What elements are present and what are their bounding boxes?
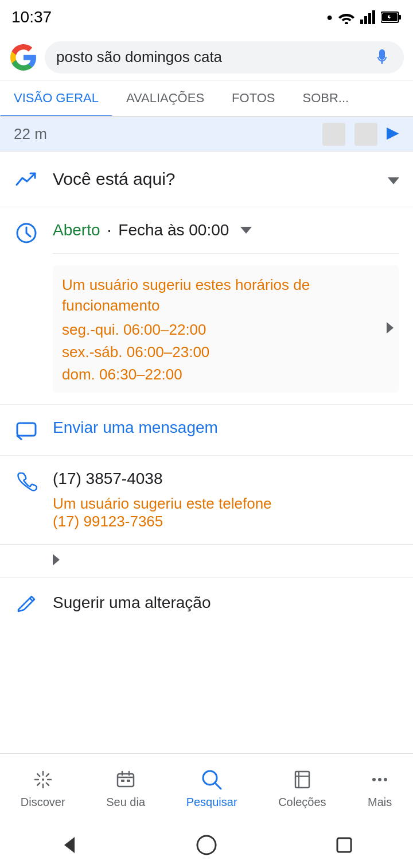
- seu-dia-icon: [113, 767, 138, 792]
- svg-rect-20: [118, 774, 134, 786]
- svg-rect-28: [295, 772, 309, 788]
- phone-suggestion-title: Um usuário sugeriu este telefone: [53, 495, 399, 513]
- mic-icon[interactable]: [372, 47, 392, 68]
- svg-rect-8: [17, 423, 36, 436]
- hours-separator: ·: [107, 221, 112, 239]
- hours-closes-text: Fecha às 00:00: [118, 221, 229, 239]
- pencil-icon: [15, 592, 37, 614]
- svg-line-27: [215, 783, 221, 789]
- phone-number: (17) 3857-4038: [53, 470, 399, 488]
- svg-point-11: [42, 778, 44, 781]
- message-label: Enviar uma mensagem: [53, 418, 218, 436]
- status-time: 10:37: [11, 8, 52, 26]
- status-bar: 10:37 ●: [0, 0, 413, 34]
- bottom-nav: Discover Seu dia Pesquisar: [0, 753, 413, 822]
- svg-line-19: [37, 783, 40, 785]
- mais-label: Mais: [368, 796, 392, 809]
- pesquisar-icon: [199, 767, 224, 792]
- content-area: Você está aqui? Aberto · Fecha às 00:00 …: [0, 152, 413, 751]
- hours-suggestion-chevron: [387, 322, 393, 336]
- colecoes-label: Coleções: [278, 796, 326, 809]
- discover-label: Discover: [21, 796, 65, 809]
- phone-content: (17) 3857-4038 Um usuário sugeriu este t…: [53, 470, 399, 530]
- hours-chevron: [240, 227, 252, 234]
- clock-icon: [15, 222, 37, 244]
- map-distance: 22 m: [14, 125, 47, 143]
- pencil-icon-container: [14, 591, 39, 614]
- svg-line-17: [46, 783, 48, 785]
- nav-item-discover[interactable]: Discover: [21, 767, 65, 809]
- home-button[interactable]: [194, 832, 219, 858]
- hours-row[interactable]: Aberto · Fecha às 00:00 Um usuário suger…: [0, 207, 413, 405]
- clock-icon-container: [14, 221, 39, 244]
- hours-status-line: Aberto · Fecha às 00:00: [53, 221, 399, 239]
- hours-open-label: Aberto: [53, 221, 100, 239]
- hours-suggestion-box: Um usuário sugeriu estes horários de fun…: [53, 265, 399, 393]
- seu-dia-label: Seu dia: [106, 796, 145, 809]
- tab-sobre[interactable]: SOBR...: [289, 80, 363, 116]
- message-row[interactable]: Enviar uma mensagem: [0, 405, 413, 456]
- trend-icon: [15, 169, 37, 191]
- you-are-here-text: Você está aqui?: [53, 169, 369, 189]
- wifi-icon: [337, 10, 356, 24]
- phone-icon: [15, 471, 37, 493]
- nav-item-mais[interactable]: Mais: [367, 767, 392, 809]
- svg-marker-34: [64, 837, 75, 853]
- message-bubble-icon: [15, 420, 37, 441]
- phone-suggestion-number: (17) 99123-7365: [53, 513, 399, 530]
- map-thumbnail-2: [354, 123, 377, 146]
- tab-visao-geral[interactable]: VISÃO GERAL: [0, 80, 112, 116]
- search-query: posto são domingos cata: [56, 48, 365, 66]
- svg-rect-1: [364, 16, 367, 24]
- notification-dot: ●: [326, 11, 333, 24]
- svg-point-31: [372, 778, 376, 781]
- phone-suggestion: Um usuário sugeriu este telefone (17) 99…: [53, 495, 399, 530]
- hours-detail-0: seg.-qui. 06:00–22:00: [62, 321, 371, 339]
- svg-point-33: [384, 778, 387, 781]
- mais-icon: [367, 767, 392, 792]
- tab-fotos[interactable]: FOTOS: [218, 80, 289, 116]
- more-arrow-row[interactable]: [0, 545, 413, 578]
- nav-item-seu-dia[interactable]: Seu dia: [106, 767, 145, 809]
- search-input-area[interactable]: posto são domingos cata: [45, 41, 404, 73]
- back-button[interactable]: [56, 832, 81, 858]
- suggest-edit-label: Sugerir uma alteração: [53, 594, 211, 612]
- svg-rect-36: [337, 838, 351, 852]
- svg-line-18: [46, 774, 48, 776]
- battery-icon: [381, 11, 402, 24]
- suggest-edit-row[interactable]: Sugerir uma alteração: [0, 578, 413, 628]
- signal-icon: [360, 10, 376, 24]
- nav-item-colecoes[interactable]: Coleções: [278, 767, 326, 809]
- hours-detail-2: dom. 06:30–22:00: [62, 366, 371, 383]
- hours-suggestion-title: Um usuário sugeriu estes horários de fun…: [62, 276, 310, 314]
- recents-button[interactable]: [332, 832, 357, 858]
- message-content: Enviar uma mensagem: [53, 418, 399, 437]
- search-bar[interactable]: posto são domingos cata: [0, 34, 413, 80]
- discover-icon: [30, 767, 56, 792]
- tabs-bar: VISÃO GERAL AVALIAÇÕES FOTOS SOBR...: [0, 80, 413, 117]
- map-icons: ▶: [322, 123, 399, 146]
- svg-rect-2: [368, 13, 371, 24]
- phone-row[interactable]: (17) 3857-4038 Um usuário sugeriu este t…: [0, 456, 413, 545]
- nav-item-pesquisar[interactable]: Pesquisar: [186, 767, 237, 809]
- hours-detail-1: sex.-sáb. 06:00–23:00: [62, 343, 371, 361]
- svg-rect-22: [121, 780, 124, 782]
- you-are-here-row[interactable]: Você está aqui?: [0, 152, 413, 207]
- tab-avaliacoes[interactable]: AVALIAÇÕES: [112, 80, 218, 116]
- hours-content: Aberto · Fecha às 00:00 Um usuário suger…: [53, 221, 399, 393]
- pesquisar-label: Pesquisar: [186, 796, 237, 809]
- svg-line-10: [30, 598, 33, 601]
- phone-icon-container: [14, 470, 39, 493]
- colecoes-icon: [290, 767, 315, 792]
- google-logo: [9, 43, 38, 72]
- svg-rect-23: [127, 780, 130, 782]
- svg-rect-0: [360, 20, 363, 24]
- more-arrow-icon: [53, 554, 60, 565]
- message-icon-container: [14, 418, 39, 441]
- svg-rect-3: [372, 10, 375, 24]
- status-icons: ●: [326, 10, 402, 24]
- svg-point-32: [378, 778, 381, 781]
- svg-point-35: [197, 836, 216, 854]
- svg-rect-5: [399, 15, 401, 20]
- map-direction-icon: ▶: [387, 123, 399, 146]
